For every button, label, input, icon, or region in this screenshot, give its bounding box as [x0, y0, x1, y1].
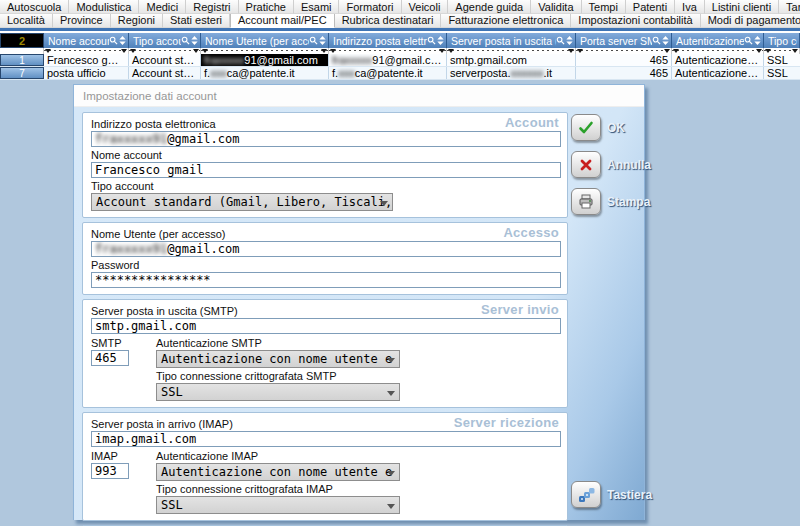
email-field[interactable]: fraxxxxx91@gmail.com [91, 131, 561, 147]
account-name-field[interactable]: Francesco gmail [91, 162, 561, 178]
sort-icon[interactable] [319, 36, 326, 45]
tab-validita[interactable]: Validita [531, 0, 581, 14]
table-row[interactable]: 7 posta ufficio Account standard (Gmail,… [0, 67, 800, 80]
table-row[interactable]: 1 Francesco gmail Account standard (Gmai… [0, 54, 800, 67]
search-icon[interactable] [309, 36, 318, 45]
tastiera-button[interactable]: Tastiera [571, 481, 641, 508]
search-icon[interactable] [652, 36, 661, 45]
search-icon[interactable] [744, 36, 753, 45]
account-type-select[interactable]: Account standard (Gmail, Libero, Tiscali… [91, 193, 393, 211]
sort-icon[interactable] [191, 36, 198, 45]
grid-selector-cell[interactable]: 2 [0, 33, 44, 48]
tab-province[interactable]: Province [53, 14, 111, 28]
tab-tempi[interactable]: Tempi [582, 0, 626, 14]
tab-modulistica[interactable]: Modulistica [69, 0, 139, 14]
sort-icon[interactable] [754, 36, 761, 45]
cell-tipo-connessione[interactable]: SSL [764, 67, 800, 79]
cell-nome-utente-selected[interactable]: fraxxxxx91@gmail.com [201, 54, 329, 66]
row-number[interactable]: 7 [0, 67, 44, 79]
sort-icon[interactable] [437, 36, 444, 45]
menu-tab-row-2: Località Province Regioni Stati esteri A… [0, 14, 800, 28]
smtp-encryption-select[interactable]: SSL [156, 383, 400, 401]
search-icon[interactable] [556, 36, 565, 45]
sort-icon[interactable] [119, 36, 126, 45]
smtp-server-field[interactable]: smtp.gmail.com [91, 318, 561, 334]
tab-registri[interactable]: Registri [186, 0, 238, 14]
tab-autoscuola[interactable]: Autoscuola [0, 0, 69, 14]
imap-auth-select[interactable]: Autenticazione con nome utente e passwor… [156, 463, 400, 481]
cell-tipo-connessione[interactable]: SSL [764, 54, 800, 66]
tab-account-mail-pec[interactable]: Account mail/PEC [230, 14, 335, 28]
cell-indirizzo-posta[interactable]: fraxxxxx91@gmail.com [329, 54, 447, 66]
tab-agende-guida[interactable]: Agende guida [448, 0, 531, 14]
tab-medici[interactable]: Medici [139, 0, 186, 14]
imap-port-field[interactable]: 993 [91, 463, 129, 479]
cell-porta-smtp[interactable]: 465 [576, 54, 672, 66]
chevron-down-icon [380, 201, 388, 206]
imap-server-field[interactable]: imap.gmail.com [91, 431, 561, 447]
sort-icon[interactable] [566, 36, 573, 45]
menu-tab-row-1: Autoscuola Modulistica Medici Registri P… [0, 0, 800, 14]
tab-tariffario-base[interactable]: Tariffario base [779, 0, 800, 14]
smtp-auth-select[interactable]: Autenticazione con nome utente e passwor… [156, 350, 400, 368]
column-header-tipo-connessione[interactable]: Tipo connessione [764, 33, 800, 48]
column-header-nome-account[interactable]: Nome account [44, 33, 129, 48]
tab-formatori[interactable]: Formatori [339, 0, 401, 14]
cell-porta-smtp[interactable]: 465 [576, 67, 672, 79]
tab-veicoli[interactable]: Veicoli [402, 0, 449, 14]
filter-cell[interactable] [44, 48, 129, 54]
cell-tipo-account[interactable]: Account standard (Gmail, Libero, Tiscali… [129, 54, 201, 66]
column-header-nome-utente[interactable]: Nome Utente (per accesso) [201, 33, 329, 48]
imap-encryption-select[interactable]: SSL [156, 496, 400, 514]
close-icon [571, 151, 601, 178]
cell-server-smtp[interactable]: serverposta.xxxxxx.it [447, 67, 576, 79]
tab-fatturazione-elettronica[interactable]: Fatturazione elettronica [441, 14, 571, 28]
column-header-porta-smtp[interactable]: Porta server SMTP [576, 33, 672, 48]
chevron-down-icon [387, 358, 395, 363]
tab-impostazioni-contabilita[interactable]: Impostazioni contabilità [571, 14, 700, 28]
tab-patenti[interactable]: Patenti [626, 0, 675, 14]
column-header-indirizzo-posta[interactable]: Indirizzo posta elettronica [329, 33, 447, 48]
search-icon[interactable] [181, 36, 190, 45]
cell-autenticazione[interactable]: Autenticazione con nome utente e passwor… [672, 54, 764, 66]
cell-nome-utente[interactable]: f.xxxca@patente.it [201, 67, 329, 79]
username-field[interactable]: fraxxxxx91@gmail.com [91, 241, 561, 257]
censored-text: xxx [210, 67, 227, 79]
password-field[interactable]: **************** [91, 272, 561, 288]
column-header-autenticazione-smtp[interactable]: Autenticazione SMTP [672, 33, 764, 48]
cell-autenticazione[interactable]: Autenticazione con nome utente e passwor… [672, 67, 764, 79]
sort-icon[interactable] [662, 36, 669, 45]
cell-nome-account[interactable]: Francesco gmail [44, 54, 129, 66]
cell-server-smtp[interactable]: smtp.gmail.com [447, 54, 576, 66]
tab-esami[interactable]: Esami [294, 0, 340, 14]
search-icon[interactable] [109, 36, 118, 45]
censored-text: fraxxxxx91 [95, 132, 167, 146]
tab-regioni[interactable]: Regioni [111, 14, 163, 28]
ok-button[interactable]: OK [571, 114, 641, 141]
selected-option: Autenticazione con nome utente e passwor… [161, 465, 400, 479]
tab-stati-esteri[interactable]: Stati esteri [163, 14, 230, 28]
stampa-button[interactable]: Stampa [571, 188, 641, 215]
cell-nome-account[interactable]: posta ufficio [44, 67, 129, 79]
filter-cell[interactable] [672, 48, 764, 54]
tab-rubrica-destinatari[interactable]: Rubrica destinatari [335, 14, 442, 28]
column-header-server-smtp[interactable]: Server posta in uscita (SMTP) [447, 33, 576, 48]
cell-indirizzo-posta[interactable]: f.xxxca@patente.it [329, 67, 447, 79]
smtp-port-field[interactable]: 465 [91, 350, 129, 366]
column-header-tipo-account[interactable]: Tipo account [129, 33, 201, 48]
cell-tipo-account[interactable]: Account standard (Gmail, Libero, Tiscali… [129, 67, 201, 79]
imap-port-label: IMAP [91, 450, 149, 462]
row-number[interactable]: 1 [0, 54, 44, 66]
filter-cell[interactable] [764, 48, 800, 54]
section-accesso: Accesso Nome Utente (per accesso) fraxxx… [82, 222, 568, 295]
tab-localita[interactable]: Località [0, 14, 53, 28]
filter-cell[interactable] [447, 48, 576, 54]
tab-pratiche[interactable]: Pratiche [239, 0, 294, 14]
search-icon[interactable] [427, 36, 436, 45]
filter-cell[interactable] [129, 48, 201, 54]
tab-modi-di-pagamento[interactable]: Modi di pagamento [701, 14, 800, 28]
filter-cell[interactable] [576, 48, 672, 54]
annulla-button[interactable]: Annulla [571, 151, 641, 178]
tab-listini-clienti[interactable]: Listini clienti [705, 0, 779, 14]
tab-iva[interactable]: Iva [675, 0, 705, 14]
